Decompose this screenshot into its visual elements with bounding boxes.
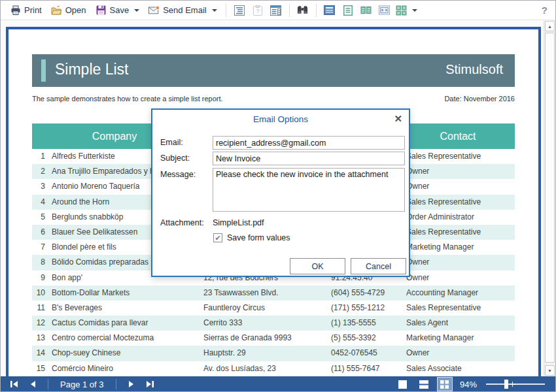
zoom-slider-track[interactable] xyxy=(486,384,545,385)
next-page-button[interactable] xyxy=(124,378,139,390)
first-page-button[interactable] xyxy=(7,378,22,390)
scroll-up-icon[interactable]: ▲ xyxy=(545,21,555,31)
cell-contact: Marketing Manager xyxy=(401,331,515,346)
find-button[interactable] xyxy=(294,3,311,18)
bookmarks-panel-icon xyxy=(234,5,245,16)
find-binoculars-icon xyxy=(297,5,308,16)
fullscreen-view-button[interactable] xyxy=(321,3,338,18)
zoom-slider[interactable] xyxy=(486,379,545,389)
single-page-view-button[interactable] xyxy=(339,3,356,18)
send-email-button[interactable]: Send Email xyxy=(145,3,220,18)
cell-row-number: 8 xyxy=(32,255,52,270)
toolbar-separator xyxy=(316,4,317,17)
report-date: Date: November 2016 xyxy=(444,95,515,103)
scroll-down-icon[interactable]: ▼ xyxy=(545,365,555,376)
last-page-button[interactable] xyxy=(143,378,157,390)
dialog-title: Email Options xyxy=(152,114,409,124)
single-page-mode-icon[interactable] xyxy=(396,378,410,391)
cell-address: Cerrito 333 xyxy=(197,316,321,331)
cell-row-number: 2 xyxy=(32,164,52,179)
editor-button[interactable] xyxy=(268,3,285,18)
vertical-scrollbar[interactable]: ▲ ▼ xyxy=(544,21,555,376)
cell-row-number: 6 xyxy=(32,225,52,240)
banner-accent-bar xyxy=(41,59,46,82)
cell-row-number: 1 xyxy=(32,149,52,164)
cell-address: Sierras de Granada 9993 xyxy=(197,331,321,346)
table-row: 14 Chop-suey Chinese Hauptstr. 29 0452-0… xyxy=(32,346,515,361)
cell-contact: Marketing Manager xyxy=(401,240,515,255)
cell-row-number: 4 xyxy=(32,195,52,210)
report-subtitle-row: The sample demonstrates how to create a … xyxy=(32,95,515,104)
cell-address: 23 Tsawwassen Blvd. xyxy=(197,286,321,301)
cell-row-number: 7 xyxy=(32,240,52,255)
close-icon[interactable]: ✕ xyxy=(394,113,402,125)
cell-phone: (5) 555-3392 xyxy=(321,331,401,346)
save-icon xyxy=(96,5,107,16)
scrollbar-thumb[interactable] xyxy=(545,33,555,363)
toolbar-separator xyxy=(289,4,290,17)
cell-company: Cactus Comidas para llevar xyxy=(52,316,197,331)
save-form-values-checkbox[interactable]: ✔ xyxy=(213,233,222,242)
single-page-view-icon xyxy=(342,5,353,16)
cell-address: Av. dos Lusíadas, 23 xyxy=(197,361,321,376)
save-dropdown-icon[interactable] xyxy=(134,9,139,12)
cell-contact: Sales Associate xyxy=(401,361,515,376)
email-label: Email: xyxy=(160,138,183,147)
toolbar: Print Open Save Send Email xyxy=(1,1,555,20)
continuous-mode-icon[interactable] xyxy=(417,378,431,391)
cell-company: Bottom-Dollar Markets xyxy=(52,286,197,301)
print-label: Print xyxy=(24,5,42,15)
open-label: Open xyxy=(65,5,86,15)
fullscreen-view-icon xyxy=(324,5,335,16)
table-row: 10 Bottom-Dollar Markets 23 Tsawwassen B… xyxy=(32,286,515,301)
report-subtitle: The sample demonstrates how to create a … xyxy=(32,95,223,103)
print-button[interactable]: Print xyxy=(6,3,46,18)
send-email-dropdown-icon[interactable] xyxy=(212,9,217,12)
zoom-level-label: 94% xyxy=(460,380,477,389)
parameters-panel-button[interactable]: ? xyxy=(249,3,266,18)
previous-page-button[interactable] xyxy=(26,378,40,390)
statusbar-separator xyxy=(116,379,116,389)
cell-phone: (604) 555-4729 xyxy=(321,286,401,301)
send-email-label: Send Email xyxy=(163,5,206,15)
bookmarks-panel-button[interactable] xyxy=(231,3,248,18)
multiple-pages-mode-icon[interactable] xyxy=(438,378,452,391)
cell-row-number: 14 xyxy=(32,346,52,361)
cell-row-number: 11 xyxy=(32,301,52,316)
send-email-icon xyxy=(148,5,160,16)
cell-company: Centro comercial Moctezuma xyxy=(52,331,197,346)
cancel-button[interactable]: Cancel xyxy=(351,258,406,274)
cell-row-number: 5 xyxy=(32,210,52,225)
page-label: Page 1 of 3 xyxy=(56,380,108,389)
subject-field[interactable] xyxy=(213,152,405,165)
zoom-slider-thumb[interactable] xyxy=(504,380,508,389)
ok-button[interactable]: OK xyxy=(290,258,345,274)
open-button[interactable]: Open xyxy=(47,3,90,18)
cell-contact: Owner xyxy=(401,179,515,194)
help-button[interactable]: ? xyxy=(542,5,550,16)
email-options-dialog: Email Options ✕ Email: Subject: Message:… xyxy=(151,108,410,277)
message-label: Message: xyxy=(160,170,196,179)
email-field[interactable] xyxy=(213,136,405,150)
multi-page-view-button[interactable] xyxy=(394,3,419,18)
cell-phone: (1) 135-5555 xyxy=(321,316,401,331)
message-field[interactable]: Please check the new invoice in the atta… xyxy=(213,168,405,212)
cell-contact: Owner xyxy=(401,164,515,179)
page-width-view-button[interactable] xyxy=(376,3,393,18)
attachment-value: SimpleList.pdf xyxy=(213,218,264,227)
cell-company: Chop-suey Chinese xyxy=(52,346,197,361)
two-page-view-button[interactable] xyxy=(358,3,375,18)
report-title: Simple List xyxy=(55,61,128,78)
zoom-slider-tick xyxy=(512,382,513,387)
save-button[interactable]: Save xyxy=(92,3,144,18)
cell-contact: Owner xyxy=(401,346,515,361)
cell-address: Fauntleroy Circus xyxy=(197,301,321,316)
report-banner: Simple List Stimulsoft xyxy=(32,54,515,87)
page-navigation: Page 1 of 3 xyxy=(7,378,157,390)
cell-contact: Sales Representative xyxy=(401,149,515,164)
cell-contact: Sales Representative xyxy=(401,225,515,240)
cell-row-number: 3 xyxy=(32,179,52,194)
multi-page-dropdown-icon[interactable] xyxy=(412,9,417,12)
table-row: 12 Cactus Comidas para llevar Cerrito 33… xyxy=(32,316,515,331)
cell-address: Hauptstr. 29 xyxy=(197,346,321,361)
